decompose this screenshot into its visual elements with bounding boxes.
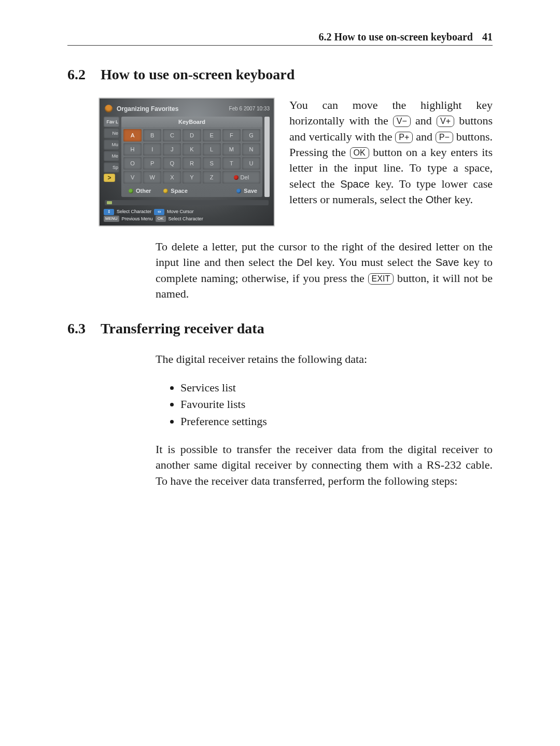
kb-key: G [242,129,260,142]
kb-key: I [143,143,161,156]
device-logo-icon [105,105,113,112]
key-v-minus: V− [393,116,411,127]
leftright-chip-icon: ⇔ [154,209,164,215]
device-slider [105,200,269,205]
kb-key: U [242,157,260,170]
kb-key: P [143,157,161,170]
other-label: Other [136,188,151,194]
ui-space-word: Space [340,178,370,190]
kb-key: F [222,129,241,142]
kb-key: Z [203,171,221,184]
hint-select-char: Select Character [117,208,151,216]
kb-key: Y [183,171,201,184]
receiver-data-list: Services list Favourite lists Preference… [156,380,493,429]
header-page-number: 41 [482,31,493,43]
text: and [416,130,436,143]
red-dot-icon [234,175,239,180]
device-side-tabs: Fav L Ne Mu Me Sp > [104,117,119,197]
kb-key: D [183,129,201,142]
kb-key: E [203,129,221,142]
kb-key: H [123,143,142,156]
p-retains: The digital receiver retains the followi… [156,351,493,367]
menu-chip: MENU [104,216,119,222]
green-dot-icon [129,189,133,193]
side-tab: Mu [104,139,119,150]
p-transfer: It is possible to transfer the receiver … [156,442,493,489]
yellow-dot-icon [163,189,168,193]
kb-key: S [203,157,221,170]
key-p-plus: P+ [395,132,413,143]
section-number: 6.3 [67,320,101,337]
kb-key: A [123,129,142,142]
text: key. You must select the [316,256,436,269]
side-arrow-icon: > [104,174,115,182]
list-item: Favourite lists [180,397,493,412]
keyboard-panel: KeyBoard A B C D E F G H I J K L [121,117,262,197]
key-exit: EXIT [368,273,394,285]
keyboard-grid: A B C D E F G H I J K L M N O [121,127,262,186]
kb-key: N [242,143,260,156]
section-number: 6.2 [67,66,101,83]
keyboard-action-row: Other Space Save [121,186,262,195]
device-right-strip [264,117,270,197]
section-6-3-heading: 6.3 Transferring receiver data [67,320,493,337]
key-p-minus: P− [436,132,453,143]
kb-key: B [143,129,161,142]
key-ok: OK [350,147,369,159]
ok-chip: OK [156,216,166,222]
keyboard-header: KeyBoard [121,117,262,127]
kb-key: Q [163,157,181,170]
device-title: Organizing Favorites [117,105,178,112]
hint-prev-menu: Previous Menu [122,216,153,223]
list-item: Preference settings [180,414,493,429]
section-6-3-body: The digital receiver retains the followi… [156,351,493,489]
space-action: Space [163,188,187,194]
kb-key: K [183,143,201,156]
kb-del-key: Del [222,171,260,184]
space-label: Space [171,188,187,194]
kb-key: J [163,143,181,156]
device-titlebar: Organizing Favorites Feb 6 2007 10:33 [105,105,270,112]
side-tab: Sp [104,162,119,173]
other-action: Other [129,188,151,194]
ui-del-word: Del [297,257,312,268]
section-6-2-heading: 6.2 How to use on-screen keyboard [67,66,493,83]
hint-move-cursor: Move Cursor [167,208,194,216]
text: and [415,114,437,127]
kb-key: C [163,129,181,142]
kb-key: V [123,171,142,184]
save-action: Save [236,188,257,194]
side-tab: Fav L [104,117,119,127]
onscreen-keyboard-figure: Organizing Favorites Feb 6 2007 10:33 Fa… [99,97,275,227]
list-item: Services list [180,380,493,396]
running-header: 6.2 How to use on-screen keyboard 41 [67,31,493,46]
text: key. [454,193,473,206]
save-label: Save [244,188,257,194]
kb-del-label: Del [241,174,249,180]
kb-key: L [203,143,221,156]
hint-select-char2: Select Character [169,216,203,223]
ui-other-word: Other [426,194,452,205]
device-hints: ⇕ Select Character ⇔ Move Cursor MENU Pr… [104,208,270,222]
blue-dot-icon [236,189,241,193]
updown-chip-icon: ⇕ [104,209,114,215]
section-6-2-right-paragraph: You can move the highlight key horizonta… [289,97,493,227]
section-title: How to use on-screen keyboard [101,66,295,83]
device-date: Feb 6 2007 10:33 [229,106,270,111]
header-section-label: 6.2 How to use on-screen keyboard [319,31,473,43]
section-title: Transferring receiver data [101,320,264,337]
kb-key: X [163,171,181,184]
ui-save-word: Save [436,257,459,268]
document-page: 6.2 How to use on-screen keyboard 41 6.2… [0,0,560,746]
section-6-2-below-paragraph: To delete a letter, put the cursor to th… [156,239,493,302]
side-tab: Me [104,151,119,161]
kb-key: W [143,171,161,184]
kb-key: M [222,143,241,156]
kb-key: O [123,157,142,170]
kb-key: T [222,157,241,170]
side-tab: Ne [104,128,119,138]
kb-key: R [183,157,201,170]
key-v-plus: V+ [437,116,454,127]
